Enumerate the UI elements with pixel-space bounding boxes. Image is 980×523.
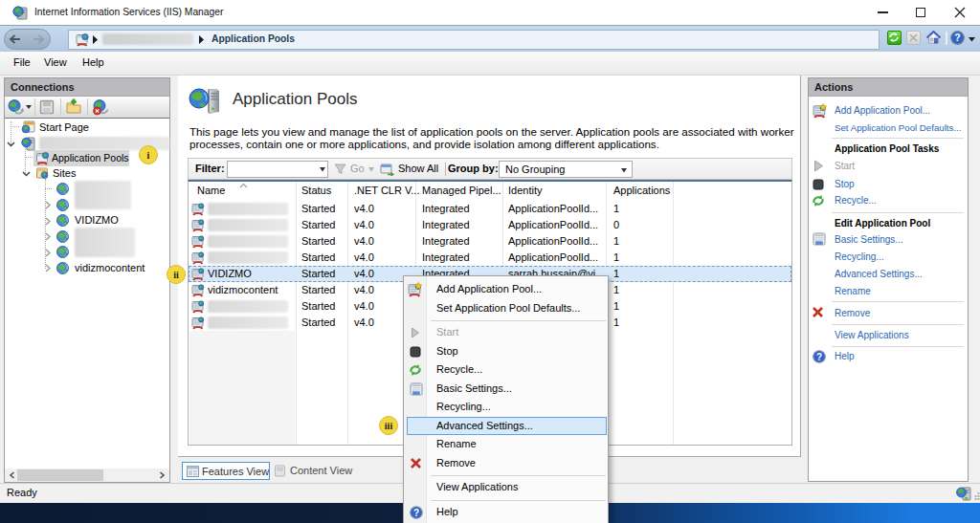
svg-text:?: ? [954, 32, 960, 43]
